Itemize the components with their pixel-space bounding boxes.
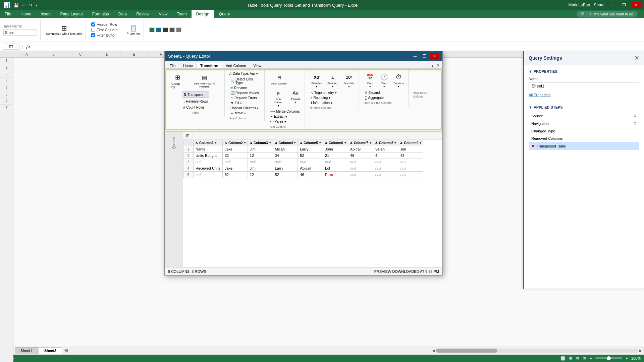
excel-tab-review[interactable]: Review — [131, 10, 154, 18]
excel-tab-pagelayout[interactable]: Page Layout — [55, 10, 87, 18]
view-normal-btn[interactable]: ⊞ — [569, 356, 572, 361]
aggregate-btn[interactable]: ∑ Aggregate — [364, 96, 384, 100]
information-dropdown[interactable]: ▾ — [331, 101, 332, 105]
information-btn[interactable]: ℹ Information ▾ — [310, 101, 338, 105]
time-btn[interactable]: 🕐 Time ▾ — [378, 71, 390, 89]
formula-input[interactable] — [33, 44, 641, 49]
fill-btn[interactable]: ▼ Fill ▾ — [229, 101, 260, 105]
col6-filter[interactable]: ▾ — [344, 141, 346, 144]
qs-close-btn[interactable]: ✕ — [634, 54, 639, 62]
sheet-scroll-right[interactable]: ▶ — [639, 348, 642, 353]
rounding-btn[interactable]: ≈ Rounding ▾ — [310, 96, 338, 100]
zoom-in-btn[interactable]: + — [626, 356, 628, 360]
zoom-out-btn[interactable]: ─ — [590, 356, 592, 360]
step-navigation-gear[interactable]: ⚙ — [633, 121, 637, 126]
tell-me-input[interactable]: 🔍 Tell me what you want to do — [577, 11, 637, 17]
swatch-dark[interactable] — [163, 27, 168, 32]
qe-tab-transform[interactable]: Transform — [197, 63, 222, 68]
format-btn[interactable]: Aa Format ▾ — [289, 87, 302, 109]
quick-save[interactable]: 💾 — [13, 3, 19, 8]
close-btn[interactable]: ✕ — [632, 2, 641, 8]
undo-btn[interactable]: ↩ — [22, 3, 25, 7]
sheet-tab-2[interactable]: Sheet2 — [39, 347, 62, 354]
reverse-rows-btn[interactable]: ↕ Reverse Rows — [182, 99, 209, 104]
scientific-btn[interactable]: 10² Scientific ▾ — [342, 71, 356, 89]
swatch-green[interactable] — [149, 27, 155, 32]
swatch-blue[interactable] — [156, 27, 161, 32]
qe-tab-addcolumn[interactable]: Add Column — [222, 63, 250, 68]
data-type-dropdown[interactable]: ▾ — [256, 72, 258, 75]
qe-tab-home[interactable]: Home — [179, 63, 197, 68]
step-removed-columns[interactable]: Removed Columns — [529, 135, 639, 142]
qe-help-btn[interactable]: ? — [437, 64, 439, 68]
qe-minimize-btn[interactable]: ─ — [411, 53, 419, 59]
format-dropdown[interactable]: ▾ — [294, 101, 296, 104]
excel-tab-query[interactable]: Query — [214, 10, 235, 18]
table-name-input[interactable] — [3, 29, 37, 36]
filter-button-check[interactable]: Filter Button — [91, 33, 117, 37]
split-column-btn[interactable]: ⫸ Split Column ▾ — [269, 87, 288, 109]
col9-filter[interactable]: ▾ — [420, 141, 421, 144]
swatch-gray[interactable] — [169, 27, 175, 32]
move-dropdown[interactable]: ▾ — [244, 112, 246, 115]
duration-dropdown[interactable]: ▾ — [398, 85, 399, 88]
qs-name-input[interactable] — [529, 82, 639, 90]
trig-dropdown[interactable]: ▾ — [335, 91, 337, 95]
col3-filter[interactable]: ▾ — [269, 141, 271, 144]
table-icon[interactable]: ⊞ — [186, 133, 190, 138]
excel-tab-design[interactable]: Design — [192, 10, 214, 18]
pivot-column-btn[interactable]: ⊟ Pivot Column — [269, 71, 289, 86]
split-dropdown[interactable]: ▾ — [278, 104, 279, 107]
redo-btn[interactable]: ↪ — [29, 3, 32, 7]
step-source[interactable]: Source ⚙ — [529, 112, 639, 120]
merge-columns-btn[interactable]: ⟺ Merge Columns — [269, 109, 301, 114]
rename-btn[interactable]: ✏ Rename — [229, 86, 262, 90]
excel-tab-formulas[interactable]: Formulas — [88, 10, 114, 18]
excel-tab-file[interactable]: File — [0, 10, 16, 18]
view-page-btn[interactable]: ⊡ — [583, 356, 586, 361]
use-first-row-btn[interactable]: ▤ Use First Row As Headers — [187, 71, 222, 90]
expand-btn[interactable]: ⊞ Expand — [364, 90, 384, 95]
col8-filter[interactable]: ▾ — [394, 141, 396, 144]
qe-tab-view[interactable]: View — [250, 63, 265, 68]
name-box[interactable] — [3, 44, 19, 50]
replace-values-btn[interactable]: 🔄 Replace Values — [229, 91, 260, 95]
group-by-btn[interactable]: ⊞ Group By — [169, 71, 186, 90]
step-source-gear[interactable]: ⚙ — [633, 114, 637, 118]
statistics-btn[interactable]: Xσ Statistics ▾ — [310, 71, 324, 89]
standard-btn[interactable]: ± Standard ▾ — [326, 71, 340, 89]
trigonometry-btn[interactable]: ∿ Trigonometry ▾ — [310, 90, 338, 95]
qe-table-area[interactable]: ⊞ 𝐀 Column1 ▾ — [183, 132, 442, 267]
swatch-light[interactable] — [176, 27, 181, 32]
minimize-btn[interactable]: ─ — [608, 2, 616, 8]
parse-btn[interactable]: { } Parse ▾ — [269, 119, 301, 124]
step-navigation[interactable]: Navigation ⚙ — [529, 120, 639, 127]
statistics-dropdown[interactable]: ▾ — [316, 85, 317, 88]
qs-all-properties-link[interactable]: All Properties — [529, 93, 639, 97]
replace-errors-btn[interactable]: ⚠ Replace Errors — [229, 96, 260, 100]
col4-filter[interactable]: ▾ — [294, 141, 296, 144]
duration-btn[interactable]: ⏱ Duration ▾ — [392, 71, 405, 89]
qe-collapse-btn[interactable]: ▲ — [431, 64, 435, 68]
col7-filter[interactable]: ▾ — [370, 141, 371, 144]
step-changed-type[interactable]: Changed Type — [529, 127, 639, 135]
add-sheet-btn[interactable]: ⊕ — [64, 347, 68, 354]
fill-dropdown[interactable]: ▾ — [240, 102, 242, 105]
sheet-scrollbar[interactable] — [436, 349, 638, 353]
extract-btn[interactable]: ✂ Extract ▾ — [269, 114, 301, 119]
formula-expand-btn[interactable]: ƒx — [26, 44, 31, 49]
zoom-slider[interactable] — [595, 357, 622, 359]
qe-restore-btn[interactable]: ❐ — [420, 53, 429, 59]
scientific-dropdown[interactable]: ▾ — [348, 85, 350, 88]
col1-filter[interactable]: ▾ — [215, 141, 216, 144]
unpivot-btn[interactable]: Unpivot Columns ▾ — [229, 106, 260, 110]
qe-tab-file[interactable]: File — [166, 63, 179, 68]
properties-btn[interactable]: 📋 Properties — [123, 19, 144, 40]
step-transposed-table[interactable]: ✕ Transposed Table — [529, 142, 639, 150]
view-layout-btn[interactable]: ⊟ — [576, 356, 579, 361]
date-btn[interactable]: 📅 Date ▾ — [364, 71, 376, 89]
date-dropdown[interactable]: ▾ — [369, 85, 371, 88]
count-rows-btn[interactable]: # Count Rows — [182, 105, 209, 110]
unpivot-dropdown[interactable]: ▾ — [257, 107, 259, 110]
data-type-btn[interactable]: Data Type: Any ▾ — [233, 72, 258, 75]
